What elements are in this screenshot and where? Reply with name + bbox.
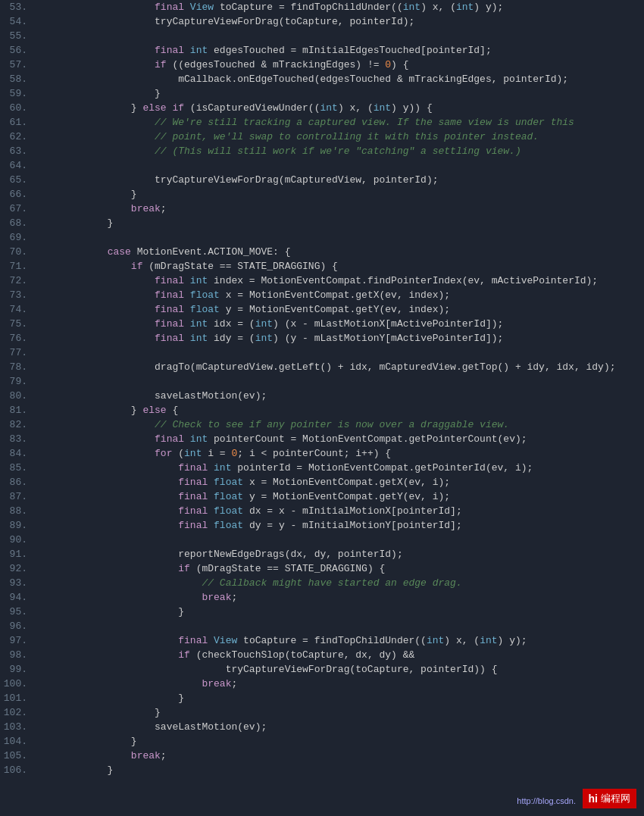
watermark-logo: hi 编程网 — [583, 789, 636, 808]
line-number: 58. — [0, 72, 36, 86]
code-line: 77. — [0, 345, 644, 360]
line-code: for (int i = 0; i < pointerCount; i++) { — [36, 446, 644, 461]
line-number: 56. — [0, 43, 36, 58]
line-number: 54. — [0, 14, 36, 29]
line-number: 93. — [0, 576, 36, 590]
line-number: 60. — [0, 101, 36, 115]
line-number: 85. — [0, 461, 36, 475]
line-code — [36, 619, 644, 633]
line-code: final int pointerCount = MotionEventComp… — [36, 432, 644, 446]
code-line: 105. break; — [0, 749, 644, 763]
line-number: 87. — [0, 489, 36, 504]
line-number: 103. — [0, 720, 36, 734]
line-number: 98. — [0, 648, 36, 662]
line-code: case MotionEvent.ACTION_MOVE: { — [36, 245, 644, 259]
line-code: break; — [36, 677, 644, 691]
code-line: 89. final float dy = y - mInitialMotionY… — [0, 518, 644, 533]
code-line: 78. dragTo(mCapturedView.getLeft() + idx… — [0, 360, 644, 374]
code-line: 62. // point, we'll swap to controlling … — [0, 130, 644, 144]
line-number: 72. — [0, 274, 36, 288]
code-line: 99. tryCaptureViewForDrag(toCapture, poi… — [0, 662, 644, 677]
line-number: 79. — [0, 374, 36, 389]
line-number: 101. — [0, 691, 36, 705]
line-code: dragTo(mCapturedView.getLeft() + idx, mC… — [36, 360, 644, 374]
line-number: 102. — [0, 705, 36, 720]
line-number: 77. — [0, 345, 36, 360]
code-line: 84. for (int i = 0; i < pointerCount; i+… — [0, 446, 644, 461]
logo-text: 编程网 — [601, 792, 630, 805]
line-code: final int idx = (int) (x - mLastMotionX[… — [36, 317, 644, 331]
code-line: 61. // We're still tracking a captured v… — [0, 115, 644, 130]
code-line: 91. reportNewEdgeDrags(dx, dy, pointerId… — [0, 547, 644, 561]
code-line: 72. final int index = MotionEventCompat.… — [0, 274, 644, 288]
code-line: 75. final int idx = (int) (x - mLastMoti… — [0, 317, 644, 331]
code-line: 85. final int pointerId = MotionEventCom… — [0, 461, 644, 475]
code-line: 82. // Check to see if any pointer is no… — [0, 417, 644, 432]
line-number: 90. — [0, 533, 36, 547]
line-number: 53. — [0, 0, 36, 14]
code-line: 57. if ((edgesTouched & mTrackingEdges) … — [0, 58, 644, 72]
code-line: 53. final View toCapture = findTopChildU… — [0, 0, 644, 14]
code-line: 103. saveLastMotion(ev); — [0, 720, 644, 734]
code-line: 96. — [0, 619, 644, 633]
line-number: 82. — [0, 417, 36, 432]
line-code: final float y = MotionEventCompat.getY(e… — [36, 489, 644, 504]
code-line: 58. mCallback.onEdgeTouched(edgesTouched… — [0, 72, 644, 86]
line-code: saveLastMotion(ev); — [36, 389, 644, 403]
code-line: 88. final float dx = x - mInitialMotionX… — [0, 504, 644, 518]
line-code: final int edgesTouched = mInitialEdgesTo… — [36, 43, 644, 58]
line-number: 89. — [0, 518, 36, 533]
code-line: 69. — [0, 230, 644, 245]
line-code: tryCaptureViewForDrag(mCapturedView, poi… — [36, 173, 644, 187]
code-line: 94. break; — [0, 590, 644, 605]
line-code: tryCaptureViewForDrag(toCapture, pointer… — [36, 14, 644, 29]
line-number: 71. — [0, 259, 36, 274]
line-code: } — [36, 187, 644, 202]
line-code: // point, we'll swap to controlling it w… — [36, 130, 644, 144]
line-code: // (This will still work if we're "catch… — [36, 144, 644, 158]
line-number: 69. — [0, 230, 36, 245]
line-code: final float dx = x - mInitialMotionX[poi… — [36, 504, 644, 518]
code-line: 104. } — [0, 734, 644, 749]
line-code — [36, 345, 644, 360]
code-line: 86. final float x = MotionEventCompat.ge… — [0, 475, 644, 489]
code-line: 74. final float y = MotionEventCompat.ge… — [0, 302, 644, 317]
line-code: break; — [36, 590, 644, 605]
code-line: 106. } — [0, 763, 644, 777]
line-code: final View toCapture = findTopChildUnder… — [36, 633, 644, 648]
line-code: final int idy = (int) (y - mLastMotionY[… — [36, 331, 644, 345]
line-number: 63. — [0, 144, 36, 158]
line-code: } else if (isCapturedViewUnder((int) x, … — [36, 101, 644, 115]
code-line: 95. } — [0, 605, 644, 619]
line-code — [36, 29, 644, 43]
line-number: 57. — [0, 58, 36, 72]
line-number: 70. — [0, 245, 36, 259]
line-code: tryCaptureViewForDrag(toCapture, pointer… — [36, 662, 644, 677]
line-number: 104. — [0, 734, 36, 749]
line-code: // Callback might have started an edge d… — [36, 576, 644, 590]
code-line: 87. final float y = MotionEventCompat.ge… — [0, 489, 644, 504]
line-number: 92. — [0, 561, 36, 576]
code-line: 71. if (mDragState == STATE_DRAGGING) { — [0, 259, 644, 274]
code-line: 97. final View toCapture = findTopChildU… — [0, 633, 644, 648]
code-line: 64. — [0, 158, 644, 173]
line-number: 105. — [0, 749, 36, 763]
line-number: 64. — [0, 158, 36, 173]
line-number: 97. — [0, 633, 36, 648]
line-number: 59. — [0, 86, 36, 101]
line-number: 81. — [0, 403, 36, 417]
code-line: 101. } — [0, 691, 644, 705]
line-code: if ((edgesTouched & mTrackingEdges) != 0… — [36, 58, 644, 72]
line-number: 75. — [0, 317, 36, 331]
line-number: 78. — [0, 360, 36, 374]
code-line: 66. } — [0, 187, 644, 202]
code-line: 90. — [0, 533, 644, 547]
line-number: 65. — [0, 173, 36, 187]
line-code: final float y = MotionEventCompat.getY(e… — [36, 302, 644, 317]
line-number: 83. — [0, 432, 36, 446]
line-number: 61. — [0, 115, 36, 130]
line-code: } — [36, 734, 644, 749]
code-line: 83. final int pointerCount = MotionEvent… — [0, 432, 644, 446]
line-number: 55. — [0, 29, 36, 43]
code-line: 56. final int edgesTouched = mInitialEdg… — [0, 43, 644, 58]
